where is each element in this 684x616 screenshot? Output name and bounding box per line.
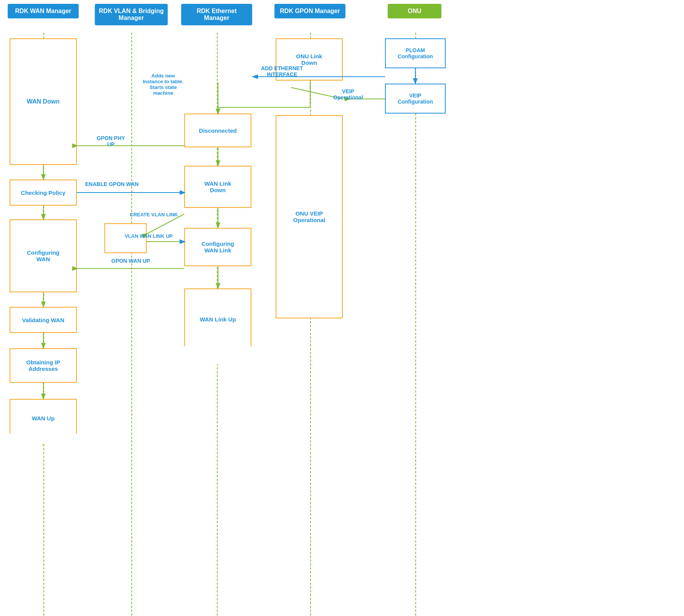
box-wan-down: WAN Down (10, 38, 77, 165)
dashed-line-onu (415, 33, 416, 616)
label-create-vlan-link: CREATE VLAN LINK (130, 212, 178, 217)
header-onu: ONU (388, 4, 441, 18)
label-add-ethernet: ADD ETHERNETINTERFACE (261, 65, 303, 77)
box-disconnected: Disconnected (184, 114, 251, 147)
box-wan-link-down: WAN LinkDown (184, 166, 251, 208)
header-eth-manager: RDK EthernetManager (181, 4, 252, 25)
label-veip-op: VEIPOperational (333, 88, 363, 100)
header-gpon-manager: RDK GPON Manager (274, 4, 345, 18)
box-checking-policy: Checking Policy (10, 180, 77, 206)
box-validating-wan: Validating WAN (10, 307, 77, 333)
pentagon-wan-link-up: WAN Link Up (184, 288, 251, 365)
label-enable-gpon-wan: ENABLE GPON WAN (85, 181, 139, 187)
box-obtaining-ip: Obtaining IPAddresses (10, 348, 77, 383)
box-configuring-wan: ConfiguringWAN (10, 219, 77, 292)
label-adds-new: Adds newInstance to table.Starts statema… (142, 73, 184, 96)
header-wan-manager: RDK WAN Manager (8, 4, 79, 18)
label-gpon-phy-up: GPON PHYUP (97, 135, 125, 147)
box-veip-config: VEIPConfiguration (385, 84, 446, 114)
dashed-line-vlan (131, 33, 132, 616)
label-gpon-wan-up: GPON WAN UP (111, 258, 150, 264)
box-configuring-wan-link: ConfiguringWAN Link (184, 228, 251, 266)
label-vlan-wan-link-up: VLAN WAN LINK UP (125, 233, 173, 239)
box-ploam-config: PLOAMConfiguration (385, 38, 446, 68)
pentagon-wan-up: WAN Up (10, 399, 77, 445)
diagram-container: RDK WAN Manager RDK VLAN & Bridging Mana… (0, 0, 684, 616)
header-vlan-manager: RDK VLAN & Bridging Manager (95, 4, 168, 25)
box-onu-veip-op: ONU VEIPOperational (276, 115, 343, 318)
